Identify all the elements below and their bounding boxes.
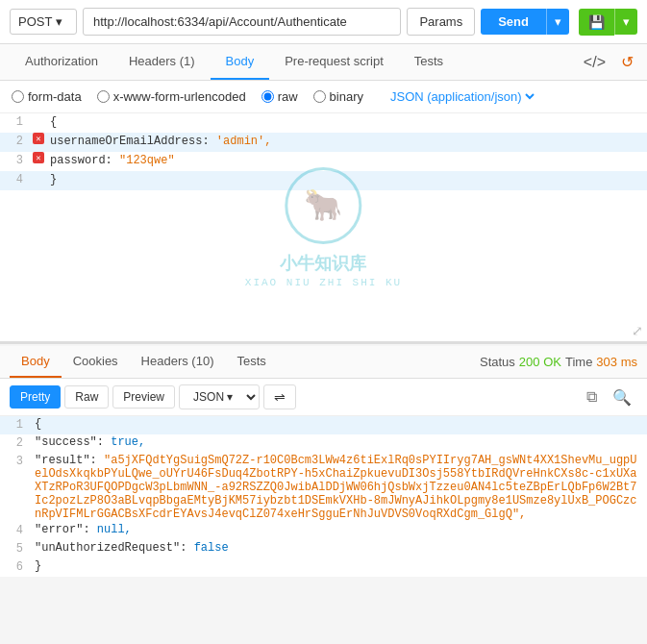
- error-icon-3: ✕: [33, 152, 44, 163]
- code-editor[interactable]: 1 { 2 ✕ usernameOrEmailAddress: 'admin',…: [0, 113, 647, 344]
- code-line-3: 3 ✕ password: "123qwe": [0, 152, 647, 171]
- time-label: Time: [565, 355, 592, 369]
- line-num-3: 3: [0, 152, 31, 167]
- resp-content-4: "error": null,: [31, 522, 647, 540]
- line-error-2: ✕: [31, 133, 46, 144]
- line-num-1: 1: [0, 113, 31, 129]
- send-button[interactable]: Send: [481, 9, 546, 35]
- save-arrow-button[interactable]: ▾: [614, 9, 637, 35]
- radio-formdata-input[interactable]: [12, 90, 24, 103]
- code-line-2: 2 ✕ usernameOrEmailAddress: 'admin',: [0, 133, 647, 152]
- resp-line-6: 6 }: [0, 558, 647, 577]
- response-format-select[interactable]: JSON ▾ XML HTML Text: [179, 384, 260, 409]
- resp-key-5: "unAuthorizedRequest":: [35, 541, 194, 555]
- tab-tests[interactable]: Tests: [399, 44, 459, 80]
- format-select[interactable]: JSON (application/json) Text XML: [386, 88, 537, 105]
- response-code: 1 { 2 "success": true, 3 "result": "a5jX…: [0, 416, 647, 577]
- error-icon-2: ✕: [33, 133, 44, 144]
- watermark-en-text: XIAO NIU ZHI SHI KU: [245, 277, 402, 288]
- bottom-section: Body Cookies Headers (10) Tests Status 2…: [0, 346, 647, 577]
- resp-key-4: "error":: [35, 523, 97, 536]
- send-arrow-button[interactable]: ▾: [546, 9, 569, 35]
- chevron-down-icon: ▾: [56, 14, 62, 29]
- tab-response-tests[interactable]: Tests: [225, 346, 277, 378]
- top-bar: POST ▾ Params Send ▾ 💾 ▾: [0, 0, 647, 44]
- resp-val-4: null,: [97, 523, 132, 536]
- tab-authorization[interactable]: Authorization: [10, 44, 113, 80]
- line-num-4: 4: [0, 171, 31, 186]
- line-content-4: }: [46, 171, 647, 188]
- radio-urlencoded[interactable]: x-www-form-urlencoded: [97, 89, 246, 104]
- status-code: 200 OK: [519, 355, 561, 369]
- response-right-icons: ⧉ 🔍: [581, 386, 637, 409]
- tab-response-body[interactable]: Body: [10, 346, 62, 378]
- search-icon-button[interactable]: 🔍: [607, 386, 637, 409]
- resp-num-1: 1: [0, 416, 31, 434]
- response-tabs-bar: Body Cookies Headers (10) Tests Status 2…: [0, 346, 647, 379]
- line-error-3: ✕: [31, 152, 46, 163]
- tab-response-headers[interactable]: Headers (10): [130, 346, 226, 378]
- send-group: Send ▾: [481, 9, 569, 35]
- body-options-bar: form-data x-www-form-urlencoded raw bina…: [0, 81, 647, 113]
- copy-icon-button[interactable]: ⧉: [581, 386, 603, 409]
- request-tabs: Authorization Headers (1) Body Pre-reque…: [0, 44, 647, 81]
- tab-headers[interactable]: Headers (1): [113, 44, 211, 80]
- resp-content-2: "success": true,: [31, 434, 647, 453]
- url-input[interactable]: [83, 8, 401, 36]
- preview-button[interactable]: Preview: [112, 385, 175, 409]
- code-line-1: 1 {: [0, 113, 647, 133]
- radio-urlencoded-input[interactable]: [97, 90, 110, 103]
- resp-key-2: "success":: [35, 435, 111, 449]
- resp-key-3: "result":: [35, 454, 104, 467]
- line-num-2: 2: [0, 133, 31, 148]
- resp-line-2: 2 "success": true,: [0, 434, 647, 453]
- resp-num-6: 6: [0, 558, 31, 577]
- response-toolbar: Pretty Raw Preview JSON ▾ XML HTML Text …: [0, 379, 647, 416]
- resp-line-5: 5 "unAuthorizedRequest": false: [0, 540, 647, 558]
- params-button[interactable]: Params: [407, 8, 475, 36]
- resp-val-2: true,: [111, 435, 145, 449]
- code-val-3: "123qwe": [119, 154, 175, 167]
- resp-line-1: 1 {: [0, 416, 647, 434]
- code-line-4: 4 }: [0, 171, 647, 190]
- resp-num-2: 2: [0, 434, 31, 453]
- line-content-1: {: [46, 113, 647, 131]
- radio-binary-input[interactable]: [313, 90, 326, 103]
- save-group: 💾 ▾: [579, 9, 637, 36]
- line-content-3: password: "123qwe": [46, 152, 647, 169]
- status-label: Status: [480, 355, 515, 369]
- radio-raw-input[interactable]: [261, 90, 274, 103]
- radio-binary[interactable]: binary: [313, 89, 363, 104]
- save-button[interactable]: 💾: [579, 9, 614, 36]
- tab-icons: </> ↺: [580, 49, 637, 75]
- radio-formdata[interactable]: form-data: [12, 89, 82, 104]
- watermark-cn-text: 小牛知识库: [280, 252, 366, 275]
- status-bar: Status 200 OK Time 303 ms: [480, 355, 637, 369]
- resp-line-4: 4 "error": null,: [0, 522, 647, 540]
- resize-handle[interactable]: ⤢: [632, 323, 643, 339]
- refresh-icon-button[interactable]: ↺: [617, 49, 637, 75]
- resp-line-3: 3 "result": "a5jXFQdtYgSuigSmQ72Z-r10C0B…: [0, 453, 647, 522]
- time-value: 303 ms: [596, 355, 637, 369]
- resp-val-3: "a5jXFQdtYgSuigSmQ72Z-r10C0Bcm3LWw4z6tiE…: [35, 454, 637, 521]
- format-response-button[interactable]: ⇌: [263, 384, 296, 409]
- raw-button[interactable]: Raw: [64, 385, 109, 409]
- resp-content-6: }: [31, 558, 647, 577]
- tab-body[interactable]: Body: [211, 44, 270, 80]
- method-select[interactable]: POST ▾: [10, 9, 77, 35]
- code-val-2: 'admin',: [216, 135, 272, 148]
- resp-content-3: "result": "a5jXFQdtYgSuigSmQ72Z-r10C0Bcm…: [31, 453, 647, 522]
- resp-num-4: 4: [0, 522, 31, 540]
- resp-content-5: "unAuthorizedRequest": false: [31, 540, 647, 558]
- method-label: POST: [18, 14, 52, 29]
- code-key-2: usernameOrEmailAddress:: [50, 135, 216, 148]
- pretty-button[interactable]: Pretty: [10, 385, 61, 409]
- resp-val-5: false: [194, 541, 229, 555]
- radio-raw[interactable]: raw: [261, 89, 298, 104]
- tab-prerequest[interactable]: Pre-request script: [269, 44, 399, 80]
- resp-num-3: 3: [0, 453, 31, 522]
- line-content-2: usernameOrEmailAddress: 'admin',: [46, 133, 647, 150]
- tab-cookies[interactable]: Cookies: [62, 346, 130, 378]
- code-lines: 1 { 2 ✕ usernameOrEmailAddress: 'admin',…: [0, 113, 647, 190]
- code-icon-button[interactable]: </>: [580, 50, 610, 75]
